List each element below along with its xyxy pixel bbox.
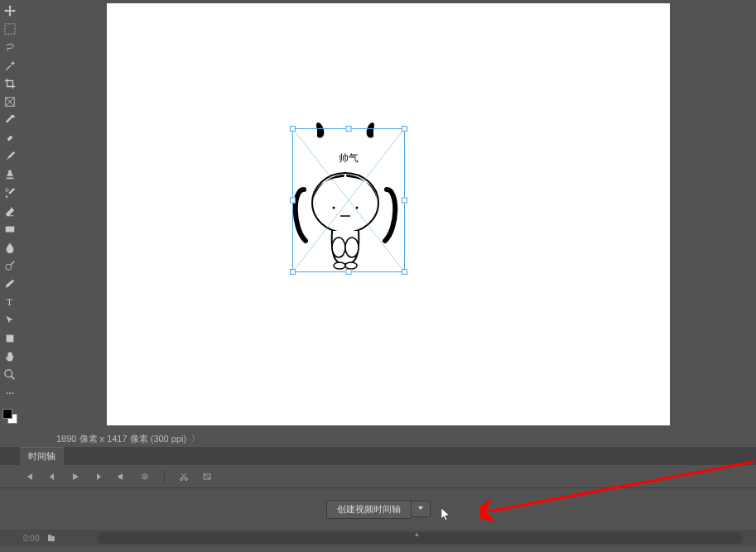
hand-tool-icon[interactable] (2, 349, 17, 364)
play-icon[interactable] (70, 471, 81, 482)
move-tool-icon[interactable] (2, 3, 17, 18)
timeline-render-icon[interactable] (46, 532, 57, 544)
svg-point-18 (355, 207, 358, 209)
history-brush-tool-icon[interactable] (2, 185, 17, 200)
svg-text:T: T (7, 296, 13, 308)
timeline-playback-controls (0, 465, 756, 488)
svg-point-7 (6, 264, 12, 270)
svg-point-27 (144, 476, 146, 478)
svg-rect-10 (7, 335, 14, 343)
divider (164, 470, 165, 483)
timeline-scroll-track[interactable]: ▲ (97, 532, 743, 544)
timeline-tab[interactable]: 时间轴 (20, 447, 64, 465)
create-timeline-dropdown-icon[interactable] (412, 501, 431, 517)
timeline-footer: 0:00 ▲ (0, 530, 756, 546)
canvas-wrapper: 帅气 (20, 0, 756, 430)
svg-point-17 (332, 207, 335, 209)
status-bar: 1890 像素 x 1417 像素 (300 ppi) 〉 (0, 430, 756, 447)
svg-point-22 (334, 262, 345, 269)
timeline-tabs: 时间轴 (0, 447, 756, 465)
document-canvas[interactable]: 帅气 (107, 3, 670, 425)
shape-tool-icon[interactable] (2, 331, 17, 346)
status-chevron-icon[interactable]: 〉 (191, 433, 200, 444)
crop-tool-icon[interactable] (2, 76, 17, 91)
stamp-tool-icon[interactable] (2, 167, 17, 182)
svg-point-11 (5, 370, 12, 377)
timeline-body: 创建视频时间轴 (0, 488, 756, 530)
healing-tool-icon[interactable] (2, 131, 17, 146)
blur-tool-icon[interactable] (2, 240, 17, 255)
svg-point-21 (345, 238, 359, 257)
eraser-tool-icon[interactable] (2, 204, 17, 218)
wand-tool-icon[interactable] (2, 58, 17, 73)
type-tool-icon[interactable]: T (2, 295, 17, 310)
svg-rect-0 (5, 24, 15, 34)
svg-line-8 (11, 262, 14, 265)
zoom-tool-icon[interactable] (2, 367, 17, 382)
pen-tool-icon[interactable] (2, 276, 17, 291)
svg-point-15 (12, 392, 14, 394)
mute-audio-icon[interactable] (116, 471, 128, 482)
svg-rect-4 (7, 135, 12, 141)
svg-point-14 (9, 392, 11, 394)
character-illustration (276, 112, 421, 277)
svg-rect-6 (6, 227, 15, 233)
create-video-timeline-button[interactable]: 创建视频时间轴 (326, 500, 431, 519)
path-select-tool-icon[interactable] (2, 313, 17, 328)
document-dimensions: 1890 像素 x 1417 像素 (300 ppi) (56, 433, 186, 445)
brush-tool-icon[interactable] (2, 149, 17, 164)
timeline-panel: 时间轴 创建视频时间轴 0:00 ▲ (0, 447, 756, 546)
placed-layer[interactable]: 帅气 (296, 132, 402, 269)
svg-point-13 (7, 392, 8, 394)
previous-frame-icon[interactable] (46, 471, 58, 482)
more-tools-icon[interactable] (2, 386, 17, 401)
svg-point-5 (6, 189, 9, 192)
frame-tool-icon[interactable] (2, 94, 17, 109)
placed-layer-text: 帅气 (339, 151, 359, 166)
next-frame-icon[interactable] (93, 471, 104, 482)
create-video-timeline-label[interactable]: 创建视频时间轴 (326, 500, 412, 519)
eyedropper-tool-icon[interactable] (2, 113, 17, 127)
lasso-tool-icon[interactable] (2, 40, 17, 55)
transition-icon[interactable] (201, 471, 213, 482)
gradient-tool-icon[interactable] (2, 222, 17, 237)
color-swatches[interactable] (2, 409, 17, 424)
svg-point-20 (332, 238, 345, 257)
dodge-tool-icon[interactable] (2, 258, 17, 273)
cut-icon[interactable] (178, 471, 190, 482)
foreground-color-swatch[interactable] (2, 409, 12, 419)
svg-line-12 (12, 377, 15, 380)
go-to-first-frame-icon[interactable] (23, 471, 35, 482)
tools-panel: T (0, 0, 20, 430)
svg-point-23 (345, 262, 357, 269)
settings-icon[interactable] (139, 471, 151, 482)
timeline-time-label: 0:00 (23, 534, 39, 543)
marquee-tool-icon[interactable] (2, 22, 17, 36)
scroll-slider-icon[interactable]: ▲ (413, 530, 420, 538)
